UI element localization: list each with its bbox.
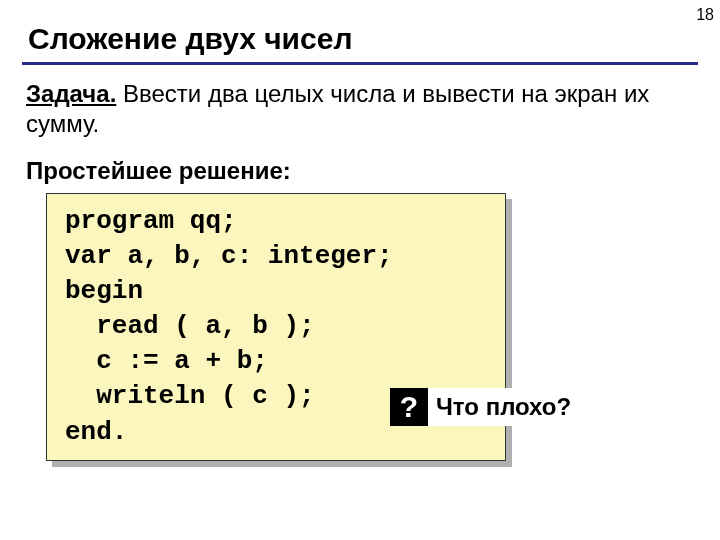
task-paragraph: Задача. Ввести два целых числа и вывести… <box>0 65 720 139</box>
slide-title: Сложение двух чисел <box>0 0 720 62</box>
question-callout: ? Что плохо? <box>390 388 583 426</box>
code-line: end. <box>65 417 127 447</box>
task-label: Задача. <box>26 80 116 107</box>
code-line: begin <box>65 276 143 306</box>
code-line: program qq; <box>65 206 237 236</box>
callout-text: Что плохо? <box>436 393 577 421</box>
code-line: c := a + b; <box>65 346 268 376</box>
code-line: writeln ( c ); <box>65 381 315 411</box>
page-number: 18 <box>696 6 714 24</box>
solution-label: Простейшее решение: <box>0 139 720 193</box>
task-text: Ввести два целых числа и вывести на экра… <box>26 80 649 137</box>
question-mark-icon: ? <box>390 388 428 426</box>
code-line: read ( a, b ); <box>65 311 315 341</box>
code-line: var a, b, c: integer; <box>65 241 393 271</box>
